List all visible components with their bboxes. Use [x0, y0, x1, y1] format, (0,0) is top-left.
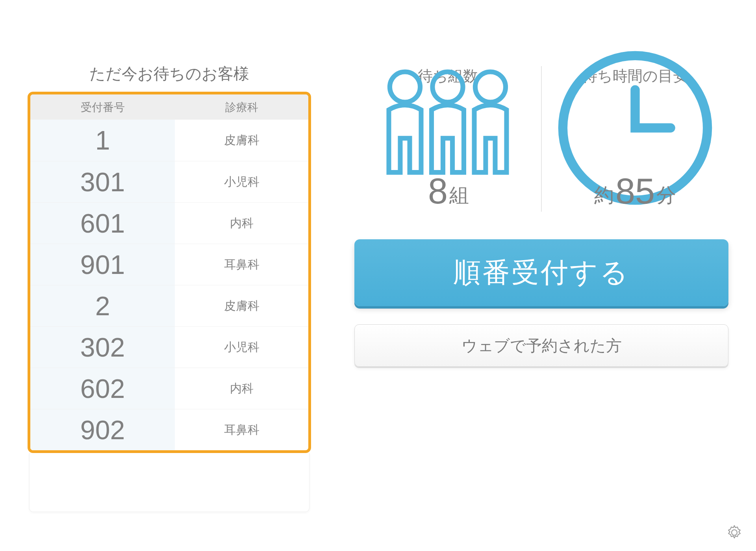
table-row: 602内科 [30, 368, 308, 409]
cell-number: 601 [30, 203, 175, 244]
svg-point-4 [732, 530, 737, 535]
waiting-list-table: 受付番号 診療科 1皮膚科301小児科601内科901耳鼻科2皮膚科302小児科… [28, 92, 311, 453]
cell-number: 901 [30, 244, 175, 285]
cell-number: 1 [30, 120, 175, 161]
svg-point-1 [432, 72, 463, 102]
cell-department: 耳鼻科 [175, 257, 308, 273]
table-row: 1皮膚科 [30, 120, 308, 161]
table-row: 901耳鼻科 [30, 244, 308, 285]
main-container: ただ今お待ちのお客様 受付番号 診療科 1皮膚科301小児科601内科901耳鼻… [0, 0, 756, 512]
cell-department: 小児科 [175, 339, 308, 355]
stat-wait-number: 85 [615, 172, 655, 211]
column-header-number: 受付番号 [30, 94, 175, 120]
info-panel: 待ち組数 [354, 63, 728, 512]
svg-point-0 [390, 72, 420, 102]
cell-department: 内科 [175, 215, 308, 231]
stat-wait-prefix: 約 [594, 184, 614, 206]
svg-point-2 [475, 72, 506, 102]
cell-number: 602 [30, 368, 175, 409]
table-row: 302小児科 [30, 326, 308, 368]
stat-groups-number: 8 [428, 172, 448, 211]
column-header-department: 診療科 [175, 94, 308, 120]
cell-department: 内科 [175, 381, 308, 397]
cell-number: 301 [30, 161, 175, 202]
table-header: 受付番号 診療科 [30, 94, 308, 120]
stat-groups: 待ち組数 [354, 66, 541, 212]
cell-department: 皮膚科 [175, 298, 308, 314]
cell-department: 耳鼻科 [175, 422, 308, 438]
clock-icon [550, 100, 721, 155]
cell-number: 2 [30, 285, 175, 326]
settings-gear-icon[interactable] [726, 524, 743, 541]
bottom-blank-card [29, 453, 309, 512]
waiting-list-panel: ただ今お待ちのお客様 受付番号 診療科 1皮膚科301小児科601内科901耳鼻… [28, 63, 311, 512]
cell-number: 902 [30, 409, 175, 450]
cell-department: 皮膚科 [175, 132, 308, 148]
table-row: 2皮膚科 [30, 285, 308, 326]
web-reservation-button[interactable]: ウェブで予約された方 [354, 324, 728, 367]
waiting-list-title: ただ今お待ちのお客様 [28, 63, 311, 85]
register-queue-button[interactable]: 順番受付する [354, 239, 728, 306]
cell-number: 302 [30, 327, 175, 368]
stat-groups-unit: 組 [449, 184, 469, 206]
people-icon [362, 100, 533, 155]
cell-department: 小児科 [175, 174, 308, 190]
stats-row: 待ち組数 [354, 66, 728, 212]
stat-wait-unit: 分 [656, 184, 676, 206]
table-body: 1皮膚科301小児科601内科901耳鼻科2皮膚科302小児科602内科902耳… [30, 120, 308, 450]
table-row: 601内科 [30, 202, 308, 244]
table-row: 301小児科 [30, 161, 308, 202]
stat-wait-time: 待ち時間の目安 約85分 [541, 66, 728, 212]
table-row: 902耳鼻科 [30, 409, 308, 450]
